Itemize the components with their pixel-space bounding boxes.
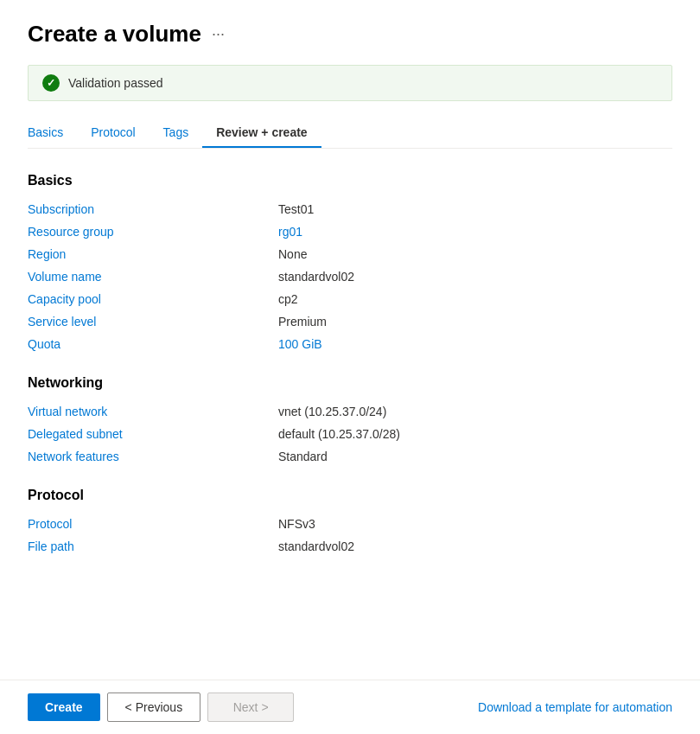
field-label-volume-name: Volume name xyxy=(28,270,278,284)
tabs-row: Basics Protocol Tags Review + create xyxy=(28,118,672,149)
field-row-virtual-network: Virtual network vnet (10.25.37.0/24) xyxy=(28,405,672,418)
tab-review-create[interactable]: Review + create xyxy=(202,118,321,148)
field-label-delegated-subnet: Delegated subnet xyxy=(28,427,278,441)
field-row-volume-name: Volume name standardvol02 xyxy=(28,270,672,284)
create-button[interactable]: Create xyxy=(28,693,100,721)
field-row-delegated-subnet: Delegated subnet default (10.25.37.0/28) xyxy=(28,427,672,441)
basics-section: Basics Subscription Test01 Resource grou… xyxy=(28,173,672,351)
field-value-file-path: standardvol02 xyxy=(278,539,354,553)
field-row-capacity-pool: Capacity pool cp2 xyxy=(28,292,672,306)
field-value-virtual-network: vnet (10.25.37.0/24) xyxy=(278,405,386,418)
field-row-network-features: Network features Standard xyxy=(28,450,672,463)
field-label-file-path: File path xyxy=(28,539,278,553)
field-row-resource-group: Resource group rg01 xyxy=(28,225,672,239)
protocol-section-title: Protocol xyxy=(28,488,672,503)
validation-text: Validation passed xyxy=(68,76,162,90)
field-value-subscription: Test01 xyxy=(278,202,314,216)
field-label-capacity-pool: Capacity pool xyxy=(28,292,278,306)
field-label-service-level: Service level xyxy=(28,315,278,329)
field-value-quota[interactable]: 100 GiB xyxy=(278,337,322,351)
field-label-virtual-network: Virtual network xyxy=(28,405,278,418)
automation-template-link[interactable]: Download a template for automation xyxy=(478,700,672,714)
field-label-protocol: Protocol xyxy=(28,517,278,531)
field-row-quota: Quota 100 GiB xyxy=(28,337,672,351)
field-label-subscription: Subscription xyxy=(28,202,278,216)
basics-section-title: Basics xyxy=(28,173,672,188)
protocol-section: Protocol Protocol NFSv3 File path standa… xyxy=(28,488,672,553)
field-row-protocol: Protocol NFSv3 xyxy=(28,517,672,531)
field-value-region: None xyxy=(278,247,307,261)
field-label-network-features: Network features xyxy=(28,450,278,463)
previous-button[interactable]: < Previous xyxy=(107,693,201,722)
field-label-region: Region xyxy=(28,247,278,261)
field-label-resource-group: Resource group xyxy=(28,225,278,239)
field-value-service-level: Premium xyxy=(278,315,327,329)
field-value-resource-group[interactable]: rg01 xyxy=(278,225,302,239)
field-value-protocol: NFSv3 xyxy=(278,517,315,531)
field-row-subscription: Subscription Test01 xyxy=(28,202,672,216)
field-value-capacity-pool: cp2 xyxy=(278,292,298,306)
validation-banner: Validation passed xyxy=(28,65,672,101)
field-row-file-path: File path standardvol02 xyxy=(28,539,672,553)
footer: Create < Previous Next > Download a temp… xyxy=(0,680,700,734)
field-label-quota: Quota xyxy=(28,337,278,351)
field-value-network-features: Standard xyxy=(278,450,328,463)
networking-section: Networking Virtual network vnet (10.25.3… xyxy=(28,375,672,463)
field-value-delegated-subnet: default (10.25.37.0/28) xyxy=(278,427,400,441)
page-title: Create a volume xyxy=(28,21,201,48)
tab-basics[interactable]: Basics xyxy=(28,118,77,148)
field-row-service-level: Service level Premium xyxy=(28,315,672,329)
validation-check-icon xyxy=(42,74,60,92)
next-button: Next > xyxy=(207,693,294,722)
field-value-volume-name: standardvol02 xyxy=(278,270,354,284)
tab-tags[interactable]: Tags xyxy=(150,118,203,148)
ellipsis-menu-icon[interactable]: ··· xyxy=(212,25,225,43)
networking-section-title: Networking xyxy=(28,375,672,391)
tab-protocol[interactable]: Protocol xyxy=(77,118,149,148)
field-row-region: Region None xyxy=(28,247,672,261)
